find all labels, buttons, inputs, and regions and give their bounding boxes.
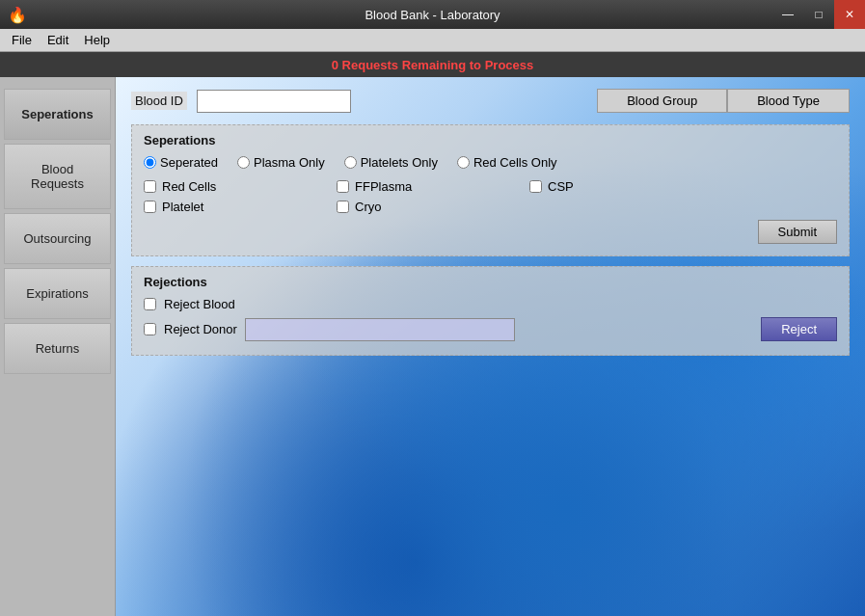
check-cell-ffplasma: FFPlasma <box>337 179 529 194</box>
radio-red-cells-only-input[interactable] <box>457 156 470 169</box>
window-title: Blood Bank - Laboratory <box>365 8 500 22</box>
reject-donor-input[interactable] <box>245 318 515 341</box>
checkbox-red-cells[interactable] <box>144 180 156 193</box>
checkbox-reject-blood[interactable] <box>144 298 156 310</box>
rejections-section: Rejections Reject Blood Reject Donor Rej… <box>131 266 850 356</box>
radio-red-cells-only[interactable]: Red Cells Only <box>457 155 557 170</box>
sidebar-item-separations[interactable]: Seperations <box>4 89 111 140</box>
ffplasma-label: FFPlasma <box>355 179 412 194</box>
content-inner: Blood ID Blood Group Blood Type Seperati… <box>116 77 865 377</box>
csp-label: CSP <box>548 179 574 194</box>
separations-section: Seperations Seperated Plasma Only Platel… <box>131 124 850 256</box>
content-area: Blood ID Blood Group Blood Type Seperati… <box>116 77 865 616</box>
blood-id-label: Blood ID <box>131 92 187 110</box>
platelet-label: Platelet <box>162 200 203 214</box>
radio-plasma-only-label: Plasma Only <box>254 155 325 170</box>
rejections-title: Rejections <box>144 275 837 289</box>
check-cell-platelet: Platelet <box>144 200 337 214</box>
check-cell-cryo: Cryo <box>337 200 529 214</box>
check-row-1: Red Cells FFPlasma CSP <box>144 179 837 194</box>
red-cells-label: Red Cells <box>162 179 216 194</box>
checkbox-platelet[interactable] <box>144 201 156 213</box>
blood-id-row: Blood ID Blood Group Blood Type <box>131 89 850 113</box>
check-cell-red-cells: Red Cells <box>144 179 337 194</box>
menu-file[interactable]: File <box>4 31 40 49</box>
sidebar-item-blood-requests[interactable]: Blood Requests <box>4 144 111 209</box>
blood-type-header: Blood Type <box>727 89 850 113</box>
sidebar: Seperations Blood Requests Outsourcing E… <box>0 77 116 616</box>
window-controls: — □ ✕ <box>772 0 865 29</box>
blood-group-type: Blood Group Blood Type <box>597 89 850 113</box>
radio-platelets-only-input[interactable] <box>344 156 357 169</box>
fire-icon: 🔥 <box>8 6 27 24</box>
radio-red-cells-only-label: Red Cells Only <box>473 155 557 170</box>
radio-seperated-input[interactable] <box>144 156 156 169</box>
check-row-2: Platelet Cryo <box>144 200 837 214</box>
cryo-label: Cryo <box>355 200 381 214</box>
reject-blood-label: Reject Blood <box>164 297 235 311</box>
close-button[interactable]: ✕ <box>834 0 865 29</box>
reject-donor-label: Reject Donor <box>164 322 237 336</box>
reject-blood-row: Reject Blood <box>144 297 837 311</box>
blood-id-input[interactable] <box>197 90 351 113</box>
checkbox-reject-donor[interactable] <box>144 323 156 335</box>
maximize-button[interactable]: □ <box>803 0 834 29</box>
sidebar-item-expirations[interactable]: Expirations <box>4 268 111 319</box>
radio-platelets-only[interactable]: Platelets Only <box>344 155 438 170</box>
main-layout: Seperations Blood Requests Outsourcing E… <box>0 77 865 616</box>
menu-edit[interactable]: Edit <box>40 31 76 49</box>
radio-plasma-only[interactable]: Plasma Only <box>237 155 325 170</box>
reject-donor-row: Reject Donor Reject <box>144 317 837 341</box>
radio-seperated[interactable]: Seperated <box>144 155 218 170</box>
menu-bar: File Edit Help <box>0 29 865 52</box>
checkbox-cryo[interactable] <box>337 201 349 213</box>
sidebar-item-returns[interactable]: Returns <box>4 323 111 374</box>
check-cell-csp: CSP <box>529 179 722 194</box>
submit-button[interactable]: Submit <box>758 220 837 244</box>
radio-seperated-label: Seperated <box>160 155 218 170</box>
menu-help[interactable]: Help <box>76 31 118 49</box>
title-bar: 🔥 Blood Bank - Laboratory — □ ✕ <box>0 0 865 29</box>
checkbox-csp[interactable] <box>529 180 542 193</box>
submit-row: Submit <box>144 220 837 248</box>
blood-group-header: Blood Group <box>597 89 727 113</box>
minimize-button[interactable]: — <box>772 0 803 29</box>
reject-button[interactable]: Reject <box>761 317 837 341</box>
radio-row: Seperated Plasma Only Platelets Only Red… <box>144 155 837 170</box>
separations-title: Seperations <box>144 133 837 147</box>
radio-plasma-only-input[interactable] <box>237 156 250 169</box>
radio-platelets-only-label: Platelets Only <box>361 155 438 170</box>
status-bar: 0 Requests Remaining to Process <box>0 52 865 77</box>
status-text: 0 Requests Remaining to Process <box>332 58 534 72</box>
checkbox-ffplasma[interactable] <box>337 180 349 193</box>
sidebar-item-outsourcing[interactable]: Outsourcing <box>4 213 111 264</box>
